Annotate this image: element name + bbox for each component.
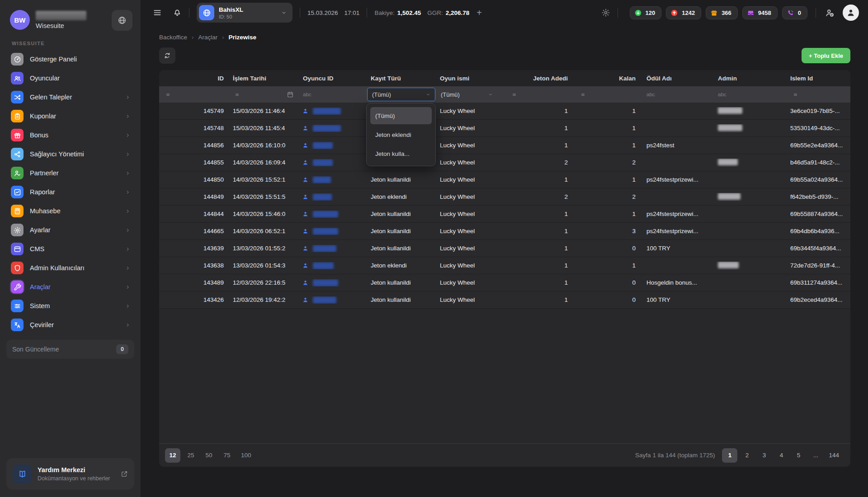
- col-header-odul-adi[interactable]: Ödül Adı: [642, 75, 714, 82]
- help-center-card[interactable]: Yardım Merkezi Dokümantasyon ve rehberle…: [6, 458, 134, 490]
- table-row[interactable]: 144844 14/03/2026 15:46:0 Jeton kullanil…: [159, 206, 850, 223]
- page-size-option[interactable]: 100: [237, 448, 255, 463]
- cell-oyuncu-id[interactable]: [299, 296, 367, 304]
- sidebar-item[interactable]: Ayarlar: [5, 220, 136, 239]
- table-row[interactable]: 144849 14/03/2026 15:51:5 Jeton eklendi …: [159, 188, 850, 206]
- col-header-jeton-adedi[interactable]: Jeton Adedi: [505, 75, 574, 82]
- users-icon: [11, 72, 24, 84]
- col-header-id[interactable]: ID: [159, 75, 228, 82]
- add-balance-button[interactable]: +: [476, 8, 482, 18]
- bulk-add-button[interactable]: + Toplu Ekle: [802, 48, 850, 63]
- table-row[interactable]: 143639 13/03/2026 01:55:2 Jeton kullanil…: [159, 240, 850, 257]
- id-filter-equals-icon[interactable]: [165, 91, 171, 98]
- notification-badge[interactable]: 366: [706, 6, 738, 19]
- sidebar-item[interactable]: Sağlayıcı Yönetimi: [5, 145, 136, 164]
- cell-oyuncu-id[interactable]: [299, 142, 367, 149]
- sidebar-item[interactable]: Muhasebe: [5, 202, 136, 220]
- date-filter-equals-icon[interactable]: [234, 91, 241, 98]
- dropdown-option[interactable]: Jeton eklendi: [370, 126, 432, 143]
- page-size-option[interactable]: 12: [165, 448, 180, 463]
- table-row[interactable]: 144850 14/03/2026 15:52:1 Jeton kullanil…: [159, 171, 850, 188]
- page-size-option[interactable]: 75: [219, 448, 235, 463]
- page-number[interactable]: 2: [739, 448, 755, 463]
- sidebar-item[interactable]: Admin Kullanıcıları: [5, 258, 136, 277]
- bell-icon[interactable]: [173, 8, 182, 17]
- col-header-oyun-ismi[interactable]: Oyun ismi: [436, 75, 505, 82]
- col-header-kalan[interactable]: Kalan: [574, 75, 642, 82]
- breadcrumb-backoffice[interactable]: Backoffice: [159, 34, 187, 41]
- page-number[interactable]: ...: [808, 448, 823, 463]
- brand-selector[interactable]: BahisXL ID: 50: [197, 3, 292, 23]
- refresh-button[interactable]: [159, 47, 175, 64]
- sidebar-item[interactable]: Bonus: [5, 126, 136, 145]
- sidebar-item[interactable]: Raporlar: [5, 183, 136, 202]
- cell-oyuncu-id[interactable]: [299, 193, 367, 201]
- sidebar-item[interactable]: Araçlar: [5, 277, 136, 296]
- page-number[interactable]: 4: [774, 448, 789, 463]
- col-header-islem-tarihi[interactable]: İşlem Tarihi: [228, 75, 299, 82]
- page-number[interactable]: 3: [756, 448, 772, 463]
- col-header-kayit-turu[interactable]: Kayıt Türü: [367, 75, 436, 82]
- breadcrumb-araclar[interactable]: Araçlar: [198, 34, 217, 41]
- calendar-icon[interactable]: [287, 91, 294, 98]
- table-row[interactable]: 143426 12/03/2026 19:42:2 Jeton kullanil…: [159, 291, 850, 309]
- cell-oyuncu-id[interactable]: [299, 159, 367, 166]
- user-avatar[interactable]: [843, 5, 859, 21]
- sidebar-item[interactable]: Gösterge Paneli: [5, 50, 136, 69]
- table-row[interactable]: 144856 14/03/2026 16:10:0 Lucky Wheel 1 …: [159, 137, 850, 154]
- sidebar-item[interactable]: Çeviriler: [5, 315, 136, 334]
- notification-badge[interactable]: 0: [782, 6, 807, 19]
- cell-oyuncu-id[interactable]: [299, 211, 367, 218]
- page-size-option[interactable]: 25: [183, 448, 198, 463]
- notification-badge[interactable]: 9458: [742, 6, 778, 19]
- odul-filter-abc-icon[interactable]: abc: [642, 92, 655, 97]
- oyun-ismi-filter-select[interactable]: (Tümü): [436, 88, 497, 101]
- col-header-oyuncu-id[interactable]: Oyuncu ID: [299, 75, 367, 82]
- cell-oyuncu-id[interactable]: [299, 262, 367, 269]
- cell-kayit-turu: Jeton eklendi: [367, 193, 436, 200]
- cell-oyuncu-id[interactable]: [299, 228, 367, 235]
- cell-oyuncu-id[interactable]: [299, 125, 367, 132]
- page-size-option[interactable]: 50: [201, 448, 217, 463]
- sidebar-item[interactable]: Gelen Talepler: [5, 88, 136, 107]
- islem-filter-equals-icon[interactable]: [792, 91, 799, 98]
- jeton-filter-equals-icon[interactable]: [511, 91, 518, 98]
- page-number[interactable]: 5: [791, 448, 806, 463]
- cell-oyuncu-id[interactable]: [299, 245, 367, 252]
- language-button[interactable]: [112, 10, 132, 31]
- sidebar-item[interactable]: Sistem: [5, 296, 136, 315]
- sidebar-item[interactable]: Kuponlar: [5, 107, 136, 126]
- dropdown-option[interactable]: Jeton kulla...: [370, 145, 432, 162]
- table-row[interactable]: 144665 14/03/2026 06:52:1 Jeton kullanil…: [159, 223, 850, 240]
- cell-oyuncu-id[interactable]: [299, 176, 367, 183]
- sidebar-item[interactable]: CMS: [5, 239, 136, 258]
- cell-kayit-turu: Jeton kullanildi: [367, 176, 436, 183]
- menu-icon[interactable]: [153, 8, 162, 17]
- table-row[interactable]: 145749 15/03/2026 11:46:4 Lucky Wheel 1 …: [159, 103, 850, 120]
- col-header-islem-id[interactable]: Islem Id: [787, 75, 850, 82]
- page-number[interactable]: 144: [825, 448, 843, 463]
- dropdown-option[interactable]: (Tümü): [370, 107, 432, 124]
- kalan-filter-equals-icon[interactable]: [580, 91, 586, 98]
- cell-odul-adi: 100 TRY: [642, 245, 714, 252]
- col-header-admin[interactable]: Admin: [714, 75, 787, 82]
- redacted-player-id: [313, 108, 341, 115]
- player-filter-abc-icon[interactable]: abc: [299, 92, 311, 97]
- table-row[interactable]: 145748 15/03/2026 11:45:4 Lucky Wheel 1 …: [159, 120, 850, 137]
- table-row[interactable]: 143638 13/03/2026 01:54:3 Jeton eklendi …: [159, 257, 850, 274]
- user-clock-icon[interactable]: [825, 8, 835, 18]
- sidebar-item[interactable]: Partnerler: [5, 164, 136, 183]
- kayit-turu-filter-select[interactable]: (Tümü): [367, 88, 435, 101]
- notification-badge[interactable]: 1242: [666, 6, 701, 19]
- gear-icon[interactable]: [601, 8, 610, 17]
- page-number[interactable]: 1: [722, 448, 737, 463]
- table-row[interactable]: 143489 12/03/2026 22:16:5 Jeton kullanil…: [159, 274, 850, 291]
- sidebar-item[interactable]: Oyuncular: [5, 69, 136, 88]
- chevron-right-icon: [125, 189, 131, 195]
- cell-oyuncu-id[interactable]: [299, 108, 367, 115]
- workspace-avatar[interactable]: BW: [10, 10, 30, 30]
- admin-filter-abc-icon[interactable]: abc: [714, 92, 726, 97]
- table-row[interactable]: 144855 14/03/2026 16:09:4 Lucky Wheel 2 …: [159, 154, 850, 171]
- notification-badge[interactable]: 120: [630, 6, 662, 19]
- cell-oyuncu-id[interactable]: [299, 279, 367, 286]
